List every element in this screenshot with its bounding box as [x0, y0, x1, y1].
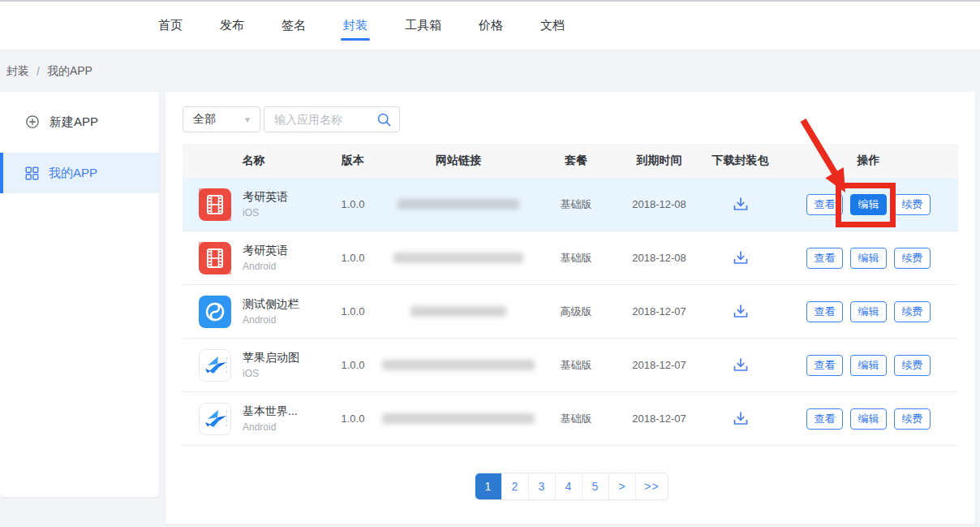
view-button[interactable]: 查看 — [806, 355, 843, 376]
app-plan: 高级版 — [535, 305, 617, 319]
app-platform: Android — [243, 261, 288, 272]
app-name: 测试侧边栏 — [243, 297, 299, 312]
download-icon[interactable] — [732, 357, 750, 374]
app-plan: 基础版 — [535, 197, 617, 212]
nav-item-package-active[interactable]: 封装 — [343, 2, 368, 50]
sidebar-item-new-app[interactable]: 新建APP — [0, 102, 159, 142]
table-row: 基本世界... Android 1.0.0 基础版 2018-12-07 查看 … — [183, 392, 958, 446]
origami-bird-app-icon — [199, 349, 231, 382]
s-circle-app-icon — [199, 296, 231, 328]
last-page-button[interactable]: >> — [636, 473, 668, 499]
app-expiry: 2018-12-08 — [617, 252, 702, 264]
view-button[interactable]: 查看 — [806, 301, 843, 322]
app-expiry: 2018-12-07 — [617, 413, 702, 425]
main-content: 全部 ▼ 名称 版本 网站链接 套餐 到期时间 下载封装包 操作 — [165, 92, 975, 524]
app-name-cell: 苹果启动图 iOS — [183, 349, 325, 382]
film-reel-app-icon — [199, 188, 231, 221]
breadcrumb-package[interactable]: 封装 — [6, 64, 29, 79]
edit-button[interactable]: 编辑 — [850, 355, 887, 376]
app-name-cell: 考研英语 Android — [183, 242, 325, 274]
search-box — [264, 106, 400, 132]
app-version: 1.0.0 — [325, 413, 381, 425]
app-name: 考研英语 — [243, 190, 288, 205]
download-icon[interactable] — [732, 250, 750, 266]
app-expiry: 2018-12-07 — [617, 305, 702, 317]
renew-button[interactable]: 续费 — [894, 194, 931, 215]
sidebar-item-label: 新建APP — [49, 114, 98, 130]
blurred-url — [382, 413, 535, 424]
app-name: 基本世界... — [243, 404, 298, 419]
renew-button[interactable]: 续费 — [894, 301, 931, 322]
view-button[interactable]: 查看 — [806, 248, 843, 269]
view-button[interactable]: 查看 — [806, 194, 843, 215]
pagination: 1 2 3 4 5 > >> — [475, 473, 668, 500]
download-icon[interactable] — [732, 411, 750, 427]
renew-button[interactable]: 续费 — [894, 355, 931, 376]
app-platform: iOS — [243, 207, 288, 218]
sidebar-item-my-app[interactable]: 我的APP — [0, 153, 159, 193]
nav-item-publish[interactable]: 发布 — [220, 2, 244, 50]
chevron-down-icon: ▼ — [243, 115, 251, 124]
app-name: 考研英语 — [243, 244, 288, 258]
filter-dropdown-value: 全部 — [193, 112, 216, 127]
nav-item-home[interactable]: 首页 — [158, 2, 183, 50]
renew-button[interactable]: 续费 — [894, 408, 931, 430]
column-header-plan: 套餐 — [535, 153, 617, 168]
app-name-block: 基本世界... Android — [243, 404, 298, 433]
row-actions: 查看 编辑 续费 — [779, 355, 958, 376]
page-button-1[interactable]: 1 — [475, 473, 502, 499]
row-actions: 查看 编辑 续费 — [779, 248, 958, 269]
film-reel-app-icon — [199, 242, 231, 274]
app-name-cell: 考研英语 iOS — [183, 188, 325, 221]
app-platform: Android — [243, 314, 299, 326]
origami-bird-app-icon — [199, 403, 231, 435]
app-platform: iOS — [243, 368, 299, 379]
app-url-cell — [381, 306, 535, 317]
nav-item-docs[interactable]: 文档 — [540, 2, 565, 50]
plus-circle-icon — [25, 114, 40, 129]
table-header: 名称 版本 网站链接 套餐 到期时间 下载封装包 操作 — [183, 144, 958, 178]
app-name-block: 苹果启动图 iOS — [243, 351, 299, 379]
column-header-url: 网站链接 — [381, 153, 535, 168]
app-platform: Android — [243, 421, 298, 433]
nav-item-signature[interactable]: 签名 — [282, 2, 306, 50]
column-header-version: 版本 — [325, 153, 381, 168]
download-icon[interactable] — [732, 197, 750, 213]
renew-button[interactable]: 续费 — [894, 248, 931, 269]
edit-button[interactable]: 编辑 — [850, 408, 887, 430]
edit-button[interactable]: 编辑 — [850, 248, 887, 269]
app-plan: 基础版 — [535, 412, 617, 426]
app-version: 1.0.0 — [325, 359, 381, 371]
search-input[interactable] — [264, 113, 376, 126]
app-plan: 基础版 — [535, 358, 617, 373]
app-version: 1.0.0 — [325, 198, 381, 210]
filter-dropdown[interactable]: 全部 ▼ — [183, 106, 260, 132]
next-page-button[interactable]: > — [609, 473, 636, 499]
row-actions: 查看 编辑 续费 — [779, 408, 958, 430]
edit-button[interactable]: 编辑 — [850, 194, 887, 215]
page-button-2[interactable]: 2 — [502, 473, 529, 499]
column-header-expiry: 到期时间 — [617, 153, 702, 168]
sidebar: 新建APP 我的APP — [0, 92, 159, 497]
page-button-4[interactable]: 4 — [556, 473, 582, 499]
app-url-cell — [381, 253, 535, 263]
view-button[interactable]: 查看 — [806, 408, 843, 430]
page-button-5[interactable]: 5 — [582, 473, 609, 499]
table-row: 考研英语 Android 1.0.0 基础版 2018-12-08 查看 编辑 … — [183, 231, 958, 285]
edit-button[interactable]: 编辑 — [850, 301, 887, 322]
table-row: 测试侧边栏 Android 1.0.0 高级版 2018-12-07 查看 编辑… — [183, 285, 958, 339]
row-actions: 查看 编辑 续费 — [779, 194, 958, 215]
search-icon[interactable] — [376, 112, 392, 127]
app-name-block: 考研英语 Android — [243, 244, 288, 272]
page-button-3[interactable]: 3 — [529, 473, 556, 499]
download-icon[interactable] — [732, 304, 750, 320]
nav-item-toolbox[interactable]: 工具箱 — [405, 2, 441, 50]
breadcrumb: 封装 / 我的APP — [0, 51, 92, 91]
app-name-block: 考研英语 iOS — [243, 190, 288, 218]
app-url-cell — [381, 413, 535, 424]
blurred-url — [410, 306, 506, 317]
table-row: 苹果启动图 iOS 1.0.0 基础版 2018-12-07 查看 编辑 续费 — [183, 339, 958, 392]
column-header-download: 下载封装包 — [702, 153, 779, 168]
column-header-name: 名称 — [183, 153, 325, 168]
nav-item-pricing[interactable]: 价格 — [479, 2, 503, 50]
